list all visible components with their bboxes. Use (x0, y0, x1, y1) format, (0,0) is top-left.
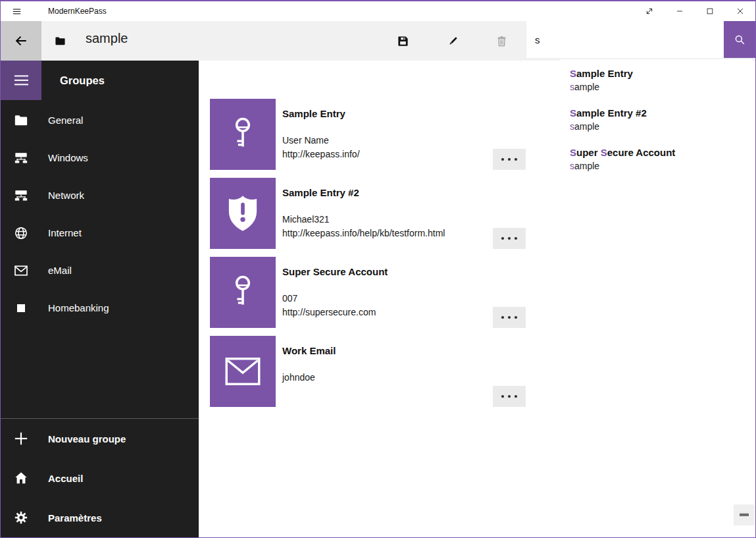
entry-username: User Name (282, 134, 499, 148)
ellipsis-icon (500, 394, 518, 399)
fullscreen-button[interactable] (634, 1, 665, 21)
settings-button[interactable]: Paramètres (1, 498, 199, 537)
minimize-button[interactable] (665, 1, 695, 21)
search-box (526, 21, 755, 58)
new-group-button[interactable]: Nouveau groupe (1, 419, 199, 458)
folder-icon (14, 114, 28, 127)
titlebar: ModernKeePass (1, 1, 755, 21)
entry-more-button[interactable] (493, 386, 526, 407)
entry-row-work-email[interactable]: Work Email johndoe (210, 336, 539, 407)
sidebar-item-email[interactable]: eMail (1, 252, 199, 289)
mail-icon (14, 265, 28, 277)
entry-title: Sample Entry #2 (282, 186, 499, 200)
sidebar: Groupes General Windows (1, 61, 199, 537)
delete-button[interactable] (486, 25, 517, 57)
sidebar-item-network[interactable]: Network (1, 176, 199, 214)
sidebar-footer: Nouveau groupe Accueil Paramètr (1, 418, 199, 537)
group-list: General Windows Network (1, 101, 199, 327)
suggestion-item[interactable]: Super Secure Account sample (560, 146, 752, 186)
close-button[interactable] (725, 1, 755, 21)
home-button[interactable]: Accueil (1, 458, 199, 498)
sidebar-item-label: Homebanking (48, 302, 109, 313)
entry-title: Work Email (282, 344, 499, 358)
key-icon (228, 115, 258, 154)
sidebar-item-label: eMail (48, 265, 72, 276)
zoom-out-button[interactable] (734, 504, 755, 525)
entry-url: http://supersecure.com (282, 306, 499, 319)
sidebar-header-row: Groupes (1, 61, 199, 100)
suggestion-item[interactable]: Sample Entry #2 sample (560, 107, 752, 146)
sidebar-item-homebanking[interactable]: Homebanking (1, 289, 199, 327)
save-icon (397, 35, 409, 47)
search-input[interactable] (526, 21, 724, 58)
sidebar-item-general[interactable]: General (1, 101, 199, 139)
entry-text: Sample Entry User Name http://keepass.in… (282, 99, 499, 161)
sidebar-item-windows[interactable]: Windows (1, 139, 199, 176)
sidebar-menu-button[interactable] (1, 61, 41, 100)
entry-more-button[interactable] (493, 228, 526, 249)
entry-tile (210, 178, 276, 249)
shield-alert-icon (226, 194, 260, 233)
entry-username: 007 (282, 292, 499, 306)
edit-button[interactable] (437, 25, 468, 57)
sidebar-item-label: Paramètres (48, 512, 102, 524)
entry-row-sample-entry-2[interactable]: Sample Entry #2 Michael321 http://keepas… (210, 178, 539, 249)
pencil-icon (447, 35, 459, 47)
entry-url: http://keepass.info/help/kb/testform.htm… (282, 227, 499, 240)
entry-tile (210, 99, 276, 170)
database-title: sample (86, 31, 128, 46)
titlebar-menu-button[interactable] (1, 1, 32, 21)
suggestion-subtitle: sample (570, 159, 752, 173)
app-window: ModernKeePass (0, 0, 756, 538)
sidebar-item-internet[interactable]: Internet (1, 214, 199, 252)
save-button[interactable] (387, 25, 418, 57)
suggestion-title: Super Secure Account (570, 146, 752, 159)
sidebar-item-label: Internet (48, 227, 82, 238)
maximize-button[interactable] (695, 1, 725, 21)
suggestion-subtitle: sample (570, 80, 752, 94)
entry-tile (210, 336, 276, 407)
entry-row-super-secure-account[interactable]: Super Secure Account 007 http://supersec… (210, 257, 539, 328)
sidebar-heading: Groupes (60, 74, 105, 87)
maximize-icon (705, 6, 715, 16)
suggestion-item[interactable]: Sample Entry sample (560, 67, 752, 107)
entry-more-button[interactable] (493, 149, 526, 170)
sidebar-item-label: Nouveau groupe (48, 433, 126, 444)
mail-icon (224, 357, 261, 386)
ellipsis-icon (500, 236, 518, 241)
back-button[interactable] (1, 21, 41, 61)
back-arrow-icon (14, 34, 28, 48)
search-icon (734, 34, 745, 45)
sidebar-item-label: General (48, 115, 83, 126)
entry-title: Sample Entry (282, 107, 499, 121)
globe-icon (14, 226, 28, 240)
dash-icon (739, 513, 749, 517)
network-icon (14, 188, 28, 202)
plus-icon (14, 431, 28, 446)
entry-username: johndoe (282, 371, 499, 385)
search-button[interactable] (724, 21, 755, 58)
command-bar: sample (1, 21, 755, 61)
entry-title: Super Secure Account (282, 265, 499, 279)
minimize-icon (674, 6, 685, 16)
close-icon (735, 6, 745, 16)
hamburger-icon (11, 6, 22, 17)
app-title: ModernKeePass (48, 7, 107, 16)
hamburger-icon (14, 74, 29, 87)
entry-text: Work Email johndoe (282, 336, 499, 385)
sidebar-item-label: Accueil (48, 473, 83, 484)
entry-more-button[interactable] (493, 307, 526, 328)
entry-url: http://keepass.info/ (282, 148, 499, 161)
home-icon (14, 471, 28, 485)
search-suggestions-flyout: Sample Entry sample Sample Entry #2 samp… (560, 59, 752, 186)
ellipsis-icon (500, 157, 518, 162)
fullscreen-icon (644, 6, 655, 16)
gear-icon (14, 510, 28, 525)
database-folder-icon (55, 36, 66, 46)
trash-icon (495, 35, 508, 47)
ellipsis-icon (500, 315, 518, 320)
entry-tile (210, 257, 276, 328)
entry-row-sample-entry[interactable]: Sample Entry User Name http://keepass.in… (210, 99, 539, 170)
sidebar-item-label: Network (48, 190, 84, 201)
suggestion-title: Sample Entry #2 (570, 107, 752, 120)
